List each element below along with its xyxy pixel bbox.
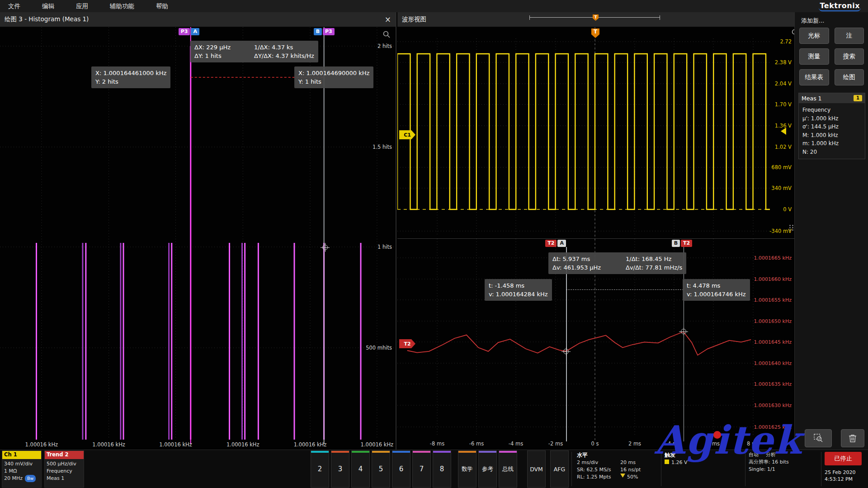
meas-stat-row: m: 1.000 kHz (802, 139, 861, 148)
pane-resize-handle[interactable] (789, 225, 794, 231)
histogram-cursor-a-badges[interactable]: P3 A (179, 28, 199, 35)
menu-item[interactable]: 应用 (76, 2, 88, 10)
trash-button[interactable] (841, 429, 864, 447)
horizontal-setting: 2 ms/div20 ms (577, 459, 659, 466)
trend-cursor-a-badges[interactable]: T2 A (545, 240, 566, 247)
dvm-button[interactable]: DVM (527, 450, 546, 488)
waveform-title: 波形视图 (402, 15, 426, 24)
menu-item[interactable]: 辅助功能 (110, 2, 134, 10)
histogram-plot: P3 A B P3 ΔX: 229 μHz 1/ΔX: 4.37 ks ΔY: … (0, 27, 396, 450)
zoom-mode-button[interactable] (805, 429, 832, 447)
analog-waveform-area: T C1 2.722.38 V2.04 V1.70 V1.36 V1.02 V6… (397, 27, 794, 239)
cursor-a-badge[interactable]: A (191, 28, 199, 35)
button-总线[interactable]: 总线 (499, 450, 517, 488)
sidebar-button-注[interactable]: 注 (835, 28, 864, 44)
trend2-setting: Meas 1 (47, 475, 82, 482)
date-label: 25 Feb 2020 (825, 469, 855, 476)
channel-button-7[interactable]: 7 (412, 450, 431, 488)
channel-1-badge[interactable]: Ch 1 340 mV/div1 MΩ20 MHzBw (2, 450, 42, 488)
cursor-source-badge[interactable]: T2 (681, 240, 692, 247)
acq-mode-label[interactable]: 自动 (749, 451, 759, 459)
cursor-a-badge[interactable]: A (557, 240, 566, 247)
meas-1-header[interactable]: Meas 1 1 (799, 93, 865, 103)
trend-cursor-a[interactable] (566, 247, 567, 441)
channel-button-5[interactable]: 5 (372, 450, 390, 488)
trend-cursor-b-badges[interactable]: B T2 (672, 240, 693, 247)
channel-button-4[interactable]: 4 (351, 450, 370, 488)
channel-buttons: 2345678 (311, 450, 451, 488)
channel-button-8[interactable]: 8 (433, 450, 451, 488)
run-stop-button[interactable]: 已停止 (825, 452, 862, 465)
trend-axis-label: 1.0001650 kHz (754, 318, 792, 324)
datetime: 25 Feb 2020 4:53:12 PM (825, 469, 855, 483)
histogram-title: 绘图 3 - Histogram (Meas 1) (5, 15, 89, 24)
ch1-square-wave[interactable] (397, 54, 770, 209)
trigger-badge[interactable]: 触发 1.26 V (665, 451, 741, 466)
trend-2-badge-header[interactable]: Trend 2 (45, 451, 84, 459)
trend-2-trace[interactable] (407, 332, 751, 355)
cursor-b-badge[interactable]: B (314, 28, 322, 35)
horizontal-badge[interactable]: 水平 2 ms/div20 msSR: 62.5 MS/s16 ns/ptRL:… (577, 451, 659, 481)
trend-axis-label: 1.0001635 kHz (754, 381, 792, 387)
histogram-cursor-b-badges[interactable]: B P3 (314, 28, 335, 35)
acq-analysis-label[interactable]: 分析 (766, 451, 776, 459)
channel-button-2[interactable]: 2 (311, 450, 329, 488)
cursor-b-crosshair[interactable] (322, 245, 328, 250)
sidebar-button-结果表[interactable]: 结果表 (799, 69, 829, 85)
sidebar-button-测量[interactable]: 测量 (799, 48, 829, 65)
histogram-canvas (0, 27, 396, 450)
cursor-source-badge[interactable]: P3 (179, 28, 190, 35)
meas-stat-row: N: 20 (802, 148, 861, 156)
menu-item[interactable]: 编辑 (42, 2, 54, 10)
button-数学[interactable]: 数学 (458, 450, 476, 488)
freq-axis-label: 1.00016 kHz (292, 441, 328, 448)
ch1-setting: 20 MHzBw (4, 475, 39, 482)
cursor-source-badge[interactable]: P3 (323, 28, 335, 35)
volt-axis-label: 1.70 V (775, 101, 792, 108)
button-参考[interactable]: 参考 (478, 450, 497, 488)
acquisition-badge[interactable]: 自动 分析 高分辨率: 16 bits Single: 1/1 (749, 451, 819, 473)
sidebar-button-绘图[interactable]: 绘图 (835, 69, 864, 85)
time-axis-label: 6 ms (703, 441, 723, 447)
histogram-bar (120, 243, 121, 440)
trend-plot-area: T2 T2 A B T2 Δt: 5.937 ms 1/Δt: 168.45 H… (397, 239, 794, 450)
volt-axis-label: 680 mV (771, 164, 792, 171)
afg-button[interactable]: AFG (550, 450, 569, 488)
trend-cursor-b[interactable] (684, 247, 684, 441)
trigger-position-icon[interactable]: T (593, 14, 599, 21)
trend-2-badge[interactable]: Trend 2 500 μHz/divFrequencyMeas 1 (44, 450, 84, 488)
dvm-afg-buttons: DVMAFG (527, 450, 569, 488)
histogram-bar (241, 243, 243, 440)
zoom-icon[interactable] (382, 30, 391, 41)
time-axis-label: -6 ms (467, 441, 486, 447)
meas-stat-row: Frequency (802, 106, 861, 114)
freq-axis-label: 1.00016 kHz (225, 441, 261, 448)
menu-item[interactable]: 文件 (8, 2, 20, 10)
volt-axis-label: -340 mV (769, 228, 792, 234)
hits-axis-label: 500 mhits (366, 345, 392, 351)
trend-axis-label: 1.0001665 kHz (754, 255, 792, 261)
histogram-bar (171, 243, 172, 440)
cursor-source-badge[interactable]: T2 (545, 240, 557, 247)
meas-1-statistics: Frequencyμ': 1.000 kHzσ': 144.5 μHzM: 1.… (799, 103, 865, 159)
volt-axis-label: 2.04 V (775, 81, 792, 87)
sidebar-button-光标[interactable]: 光标 (799, 28, 829, 44)
histogram-bar (85, 243, 86, 440)
zoom-overview-ruler[interactable]: T (529, 15, 660, 20)
cursor-a-crosshair[interactable] (563, 349, 569, 354)
time-axis-label: 2 ms (625, 441, 645, 447)
meas-1-results-badge[interactable]: Meas 1 1 Frequencyμ': 1.000 kHzσ': 144.5… (798, 93, 865, 159)
time-axis-label: 8 ms (743, 441, 763, 447)
horizontal-setting: RL: 1.25 Mpts50% (577, 474, 659, 481)
cursor-b-badge[interactable]: B (672, 240, 680, 247)
trend-cursor-a-readout: t: -1.458 ms v: 1.000164284 kHz (485, 279, 552, 301)
channel-button-3[interactable]: 3 (331, 450, 349, 488)
channel-button-6[interactable]: 6 (392, 450, 410, 488)
menu-item[interactable]: 帮助 (156, 2, 168, 10)
right-sidebar: 添加新... 光标注测量搜索结果表绘图 Meas 1 1 Frequencyμ'… (794, 12, 868, 450)
close-icon[interactable]: × (385, 15, 391, 24)
volt-axis-label: 2.38 V (775, 59, 792, 66)
meas-stat-row: μ': 1.000 kHz (802, 114, 861, 123)
sidebar-button-搜索[interactable]: 搜索 (835, 48, 864, 65)
channel-1-badge-header[interactable]: Ch 1 (2, 451, 41, 459)
